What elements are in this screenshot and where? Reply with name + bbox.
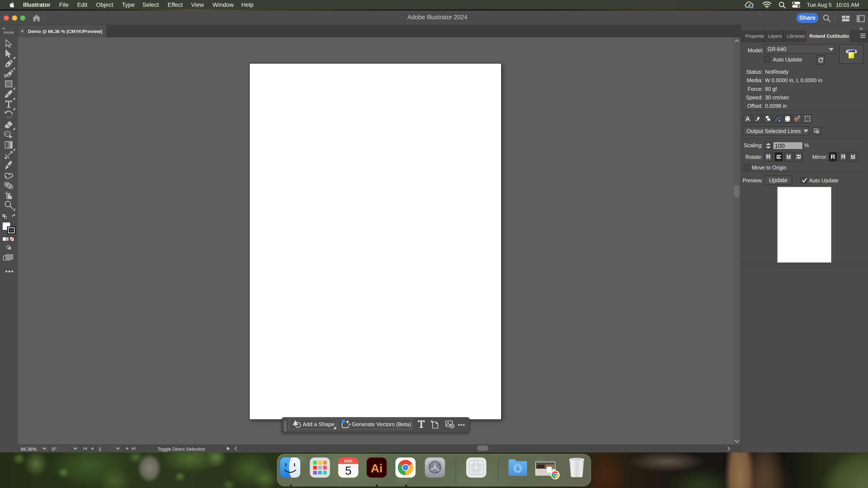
svg-text:Ai: Ai	[371, 461, 382, 475]
svg-text:5: 5	[345, 464, 351, 477]
svg-text:AUG: AUG	[344, 459, 352, 463]
